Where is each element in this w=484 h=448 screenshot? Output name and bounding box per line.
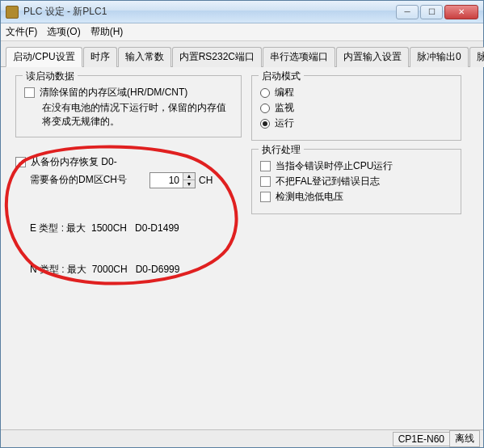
statusbar: CP1E-N60 离线: [1, 429, 483, 447]
checkbox-clear-retain-label: 清除保留的内存区域(HR/DM/CNT): [40, 86, 187, 99]
titlebar: PLC 设定 - 新PLC1 ─ ☐ ✕: [1, 1, 483, 23]
window-title: PLC 设定 - 新PLC1: [23, 5, 396, 19]
radio-monitor-label: 监视: [275, 101, 294, 115]
group-read-startup-legend: 读启动数据: [23, 70, 78, 83]
tab-pulse-output-0[interactable]: 脉冲输出0: [410, 47, 469, 67]
group-execution-legend: 执行处理: [259, 143, 304, 157]
app-icon: [6, 6, 19, 19]
tabstrip: 启动/CPU设置 时序 输入常数 内置RS232C端口 串行选项端口 内置输入设…: [1, 41, 483, 67]
backup-dm-ch-unit: CH: [199, 175, 213, 186]
radio-monitor-mode[interactable]: [260, 104, 270, 113]
maximize-button[interactable]: ☐: [420, 5, 443, 19]
backup-dm-ch-label: 需要备份的DM区CH号: [30, 173, 127, 187]
checkbox-restore-label: 从备份内存恢复 D0-: [31, 155, 117, 169]
radio-program-label: 编程: [275, 86, 294, 99]
menubar: 文件(F) 选项(O) 帮助(H): [1, 23, 483, 41]
tab-rs232c-port[interactable]: 内置RS232C端口: [172, 47, 262, 67]
checkbox-restore-from-backup[interactable]: ✓: [15, 157, 26, 167]
status-connection: 离线: [449, 430, 480, 447]
tab-serial-option-port[interactable]: 串行选项端口: [263, 47, 335, 67]
type-e-info: E 类型 : 最大 1500CH D0-D1499: [30, 222, 234, 235]
group-restore: ✓ 从备份内存恢复 D0- 需要备份的DM区CH号 ▲ ▼ CH: [15, 146, 242, 311]
radio-run-mode[interactable]: [260, 119, 270, 129]
checkbox-clear-retain[interactable]: [24, 87, 35, 98]
backup-dm-ch-spinner[interactable]: ▲ ▼: [149, 172, 196, 188]
tab-more[interactable]: 脉: [469, 47, 484, 67]
checkbox-detect-low-battery[interactable]: [260, 192, 271, 202]
checkbox-stop-on-instruction-error[interactable]: [260, 161, 271, 171]
tab-startup-cpu[interactable]: 启动/CPU设置: [6, 47, 82, 67]
minimize-button[interactable]: ─: [396, 5, 419, 19]
status-model: CP1E-N60: [393, 432, 450, 446]
checkbox-no-fal-label: 不把FAL登记到错误日志: [276, 175, 380, 188]
group-startup-mode: 启动模式 编程 监视 运行: [251, 75, 461, 141]
tab-builtin-input[interactable]: 内置输入设置: [336, 47, 409, 67]
checkbox-low-batt-label: 检测电池低电压: [276, 190, 343, 204]
type-n-info: N 类型 : 最大 7000CH D0-D6999: [30, 263, 234, 277]
menu-help[interactable]: 帮助(H): [90, 25, 124, 39]
radio-program-mode[interactable]: [260, 88, 270, 98]
app-window: PLC 设定 - 新PLC1 ─ ☐ ✕ 文件(F) 选项(O) 帮助(H) 启…: [0, 0, 484, 448]
menu-options[interactable]: 选项(O): [47, 25, 80, 39]
spinner-down-icon[interactable]: ▼: [183, 180, 195, 188]
checkbox-no-fal-to-log[interactable]: [260, 176, 271, 187]
group-execution: 执行处理 当指令错误时停止CPU运行 不把FAL登记到错误日志 检测电池低电压: [251, 149, 461, 214]
close-button[interactable]: ✕: [444, 5, 478, 19]
tab-timing[interactable]: 时序: [83, 47, 117, 67]
backup-dm-ch-input[interactable]: [150, 173, 183, 188]
tab-panel: 读启动数据 清除保留的内存区域(HR/DM/CNT) 在没有电池的情况下运行时，…: [1, 67, 483, 429]
retain-note: 在没有电池的情况下运行时，保留的内存值将变成无规律的。: [42, 101, 233, 129]
group-startup-mode-legend: 启动模式: [259, 70, 304, 83]
checkbox-stop-on-err-label: 当指令错误时停止CPU运行: [276, 159, 393, 173]
radio-run-label: 运行: [275, 116, 294, 130]
tab-input-const[interactable]: 输入常数: [118, 47, 171, 67]
group-read-startup: 读启动数据 清除保留的内存区域(HR/DM/CNT) 在没有电池的情况下运行时，…: [15, 75, 242, 137]
menu-file[interactable]: 文件(F): [6, 25, 37, 39]
spinner-up-icon[interactable]: ▲: [183, 173, 195, 180]
